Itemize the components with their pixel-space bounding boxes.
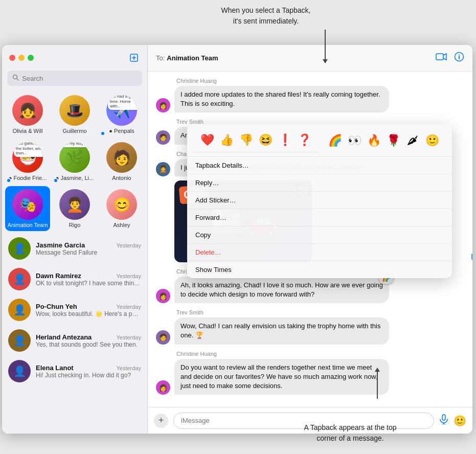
conv-time: Yesterday bbox=[116, 365, 141, 371]
conv-info: Jasmine Garcia Yesterday Message Send Fa… bbox=[36, 241, 141, 256]
pinned-avatar: 🎭 bbox=[12, 189, 43, 220]
conv-name: Elena Lanot bbox=[36, 364, 74, 372]
conv-info: Po-Chun Yeh Yesterday Wow, looks beautif… bbox=[36, 303, 141, 317]
chat-header-actions bbox=[436, 52, 464, 64]
pinned-label: Rigo bbox=[69, 222, 81, 228]
tapback-option[interactable]: 😆 bbox=[257, 131, 274, 149]
video-call-button[interactable] bbox=[436, 53, 447, 63]
pinned-label: Ashley bbox=[113, 222, 130, 228]
pinned-item-animation-team[interactable]: 🎭 Animation Team bbox=[5, 186, 50, 231]
tapback-option[interactable]: ❗ bbox=[276, 131, 293, 149]
search-bar bbox=[7, 71, 142, 86]
message-sender: Christine Huang bbox=[156, 351, 464, 357]
compose-button[interactable] bbox=[128, 52, 140, 64]
svg-line-4 bbox=[17, 79, 18, 80]
pinned-item-olivia-will[interactable]: 👧 Olivia & Will bbox=[5, 92, 50, 137]
message-bubble[interactable]: Ah, it looks amazing, Chad! I love it so… bbox=[174, 277, 389, 303]
message-sender: Christine Huang bbox=[156, 78, 464, 84]
menu-item-tapback-details-[interactable]: Tapback Details… bbox=[187, 157, 452, 174]
pinned-label: Animation Team bbox=[8, 222, 48, 228]
conv-time: Yesterday bbox=[116, 273, 141, 279]
menu-items-list: Tapback Details…Reply…Add Sticker…Forwar… bbox=[187, 157, 452, 278]
context-menu: ❤️👍👎😆❗❓🌈👀🔥🌹🌶🙂 Tapback Details…Reply…Add … bbox=[187, 124, 452, 278]
conv-preview: Wow, looks beautiful. 🌟 Here's a photo o… bbox=[36, 310, 141, 317]
conv-item-elena-lanot[interactable]: 👤 Elena Lanot Yesterday Hi! Just checkin… bbox=[2, 356, 147, 387]
pinned-avatar: 🌿 On my way! bbox=[59, 142, 90, 173]
pinned-item-penpals[interactable]: ✈️ We had a great time. Home with... ● P… bbox=[99, 92, 144, 137]
conv-name: Herland Antezana bbox=[36, 333, 92, 341]
add-attachment-button[interactable]: + bbox=[154, 414, 168, 428]
minimize-button[interactable] bbox=[18, 55, 25, 61]
voice-memo-button[interactable] bbox=[439, 414, 448, 427]
tapback-option[interactable]: 🙂 bbox=[423, 132, 441, 149]
chat-header-name: Animation Team bbox=[167, 54, 218, 62]
tapback-option[interactable]: 🔥 bbox=[365, 132, 382, 149]
pinned-avatar: 🍜 Add garlic to the butter, and then... bbox=[12, 142, 43, 173]
message-avatar: 👩 bbox=[156, 289, 170, 303]
conv-item-jasmine-garcia[interactable]: 👤 Jasmine Garcia Yesterday Message Send … bbox=[2, 233, 147, 264]
tapback-option[interactable]: ❤️ bbox=[198, 131, 216, 149]
unread-badge bbox=[6, 178, 11, 183]
close-button[interactable] bbox=[9, 55, 15, 61]
pinned-avatar: 👧 bbox=[12, 95, 43, 126]
tapback-option[interactable]: 👀 bbox=[346, 132, 363, 149]
pinned-item-foodie-frie[interactable]: 🍜 Add garlic to the butter, and then... … bbox=[5, 139, 50, 184]
tapback-option[interactable]: ❓ bbox=[296, 131, 313, 149]
pinned-label: ● Penpals bbox=[109, 128, 134, 134]
menu-item-forward-[interactable]: Forward… bbox=[187, 209, 452, 226]
chat-area: To: Animation Team bbox=[148, 45, 472, 434]
annotation-bottom-text: A Tapback appears at the top corner of a… bbox=[304, 423, 396, 442]
fullscreen-button[interactable] bbox=[28, 55, 34, 61]
unread-badge bbox=[53, 178, 58, 183]
conv-item-dawn-ramirez[interactable]: 👤 Dawn Ramirez Yesterday OK to visit ton… bbox=[2, 264, 147, 294]
conv-avatar: 👤 bbox=[8, 299, 31, 321]
speech-bubble: Add garlic to the butter, and then... bbox=[14, 142, 43, 157]
pinned-label: Guillermo bbox=[62, 128, 86, 134]
search-input[interactable] bbox=[22, 75, 137, 82]
info-button[interactable] bbox=[454, 52, 464, 64]
pinned-item-antonio[interactable]: 🧑 Antonio bbox=[99, 139, 144, 184]
conv-preview: Yes, that sounds good! See you then. bbox=[36, 341, 141, 348]
pinned-label: ● Jasmine, Li... bbox=[56, 175, 94, 181]
pinned-item-guillermo[interactable]: 🎩 Guillermo bbox=[52, 92, 97, 137]
conv-info: Dawn Ramirez Yesterday OK to visit tonig… bbox=[36, 272, 141, 287]
menu-item-show-times[interactable]: Show Times bbox=[187, 261, 452, 278]
message-row: 👩 I added more updates to the shared fil… bbox=[156, 86, 464, 112]
traffic-lights bbox=[9, 55, 34, 61]
emoji-button[interactable]: 🙂 bbox=[454, 415, 466, 427]
menu-item-copy[interactable]: Copy bbox=[187, 226, 452, 244]
pinned-item-jasmine[interactable]: 🌿 On my way! ● Jasmine, Li... bbox=[52, 139, 97, 184]
conv-preview: Hi! Just checking in. How did it go? bbox=[36, 372, 141, 379]
conv-name: Dawn Ramirez bbox=[36, 272, 81, 280]
message-bubble[interactable]: I added more updates to the shared files… bbox=[174, 86, 389, 112]
message-bubble[interactable]: Wow, Chad! I can really envision us taki… bbox=[174, 317, 389, 344]
tapback-option[interactable]: 🌈 bbox=[326, 132, 344, 149]
message-row: 🧑 Wow, Chad! I can really envision us ta… bbox=[156, 317, 464, 344]
conv-item-po-chun-yeh[interactable]: 👤 Po-Chun Yeh Yesterday Wow, looks beaut… bbox=[2, 294, 147, 325]
speech-bubble: On my way! bbox=[61, 142, 90, 147]
pinned-avatar: 🎩 bbox=[59, 95, 90, 126]
pinned-item-ashley[interactable]: 😊 Ashley bbox=[99, 186, 144, 231]
message-row: 👩 Do you want to review all the renders … bbox=[156, 359, 464, 395]
annotation-arrow-top bbox=[325, 30, 326, 60]
conv-avatar: 👤 bbox=[8, 268, 31, 290]
menu-item-reply-[interactable]: Reply… bbox=[187, 174, 452, 192]
tapback-option[interactable]: 🌶 bbox=[404, 132, 421, 149]
conv-time: Yesterday bbox=[116, 304, 141, 310]
pinned-label: ● Foodie Frie... bbox=[9, 175, 47, 181]
pinned-item-rigo[interactable]: 🧑‍🦱 Rigo bbox=[52, 186, 97, 231]
message-row: 👩 Ah, it looks amazing, Chad! I love it … bbox=[156, 277, 464, 303]
chat-to-label: To: bbox=[156, 54, 165, 62]
menu-item-add-sticker-[interactable]: Add Sticker… bbox=[187, 192, 452, 209]
svg-point-8 bbox=[459, 55, 460, 56]
search-icon bbox=[12, 74, 19, 82]
tapback-option[interactable]: 👎 bbox=[237, 131, 255, 149]
sidebar-titlebar bbox=[2, 45, 147, 71]
conv-item-herland-antezana[interactable]: 👤 Herland Antezana Yesterday Yes, that s… bbox=[2, 325, 147, 356]
menu-item-delete-[interactable]: Delete… bbox=[187, 244, 452, 261]
tapback-option[interactable]: 👍 bbox=[218, 131, 235, 149]
tapback-option[interactable]: 🌹 bbox=[384, 132, 402, 149]
conv-name-row: Elena Lanot Yesterday bbox=[36, 364, 141, 372]
share-button[interactable] bbox=[470, 249, 472, 262]
message-bubble[interactable]: Do you want to review all the renders to… bbox=[174, 359, 389, 395]
